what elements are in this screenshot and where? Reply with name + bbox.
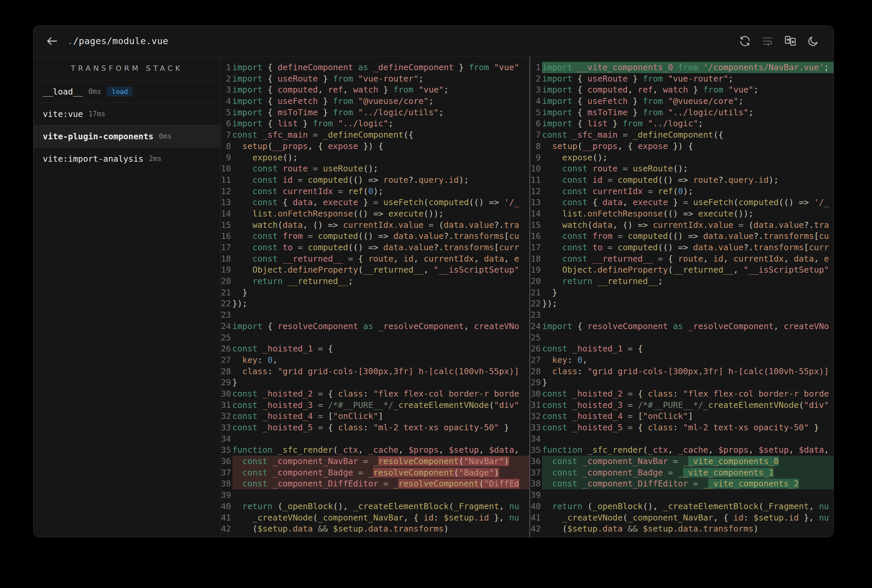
diff-panel-after[interactable]: 1import __vite_components_0 from '/compo…	[530, 57, 834, 537]
code-line: 34	[221, 434, 530, 445]
line-number: 11	[221, 174, 231, 186]
page-background: ./pages/module.vue	[0, 0, 872, 588]
back-button[interactable]	[45, 34, 60, 48]
line-number: 3	[221, 84, 231, 96]
code-text: });	[542, 298, 834, 309]
line-wrap-icon	[761, 35, 774, 48]
line-number: 12	[530, 186, 541, 197]
code-line: 7const _sfc_main = _defineComponent({	[221, 129, 530, 141]
code-line: 32const _hoisted_4 = ["onClick"]	[530, 411, 834, 422]
line-number: 38	[221, 478, 231, 489]
line-number: 10	[221, 163, 231, 174]
line-number: 38	[530, 478, 541, 489]
sidebar-item-vite-import-analysis[interactable]: vite:import-analysis2ms	[33, 148, 220, 170]
line-number: 24	[530, 321, 541, 332]
line-number: 7	[530, 129, 541, 141]
line-number: 39	[530, 489, 541, 501]
code-line: 35function _sfc_render(_ctx, _cache, $pr…	[221, 444, 530, 456]
line-number: 23	[530, 309, 541, 321]
sidebar-item-vite-vue[interactable]: vite:vue17ms	[33, 103, 220, 125]
line-number: 16	[221, 231, 231, 242]
refresh-button[interactable]	[737, 33, 753, 49]
code-line: 29}	[530, 377, 834, 388]
line-number: 22	[530, 298, 541, 309]
line-number: 41	[530, 512, 541, 524]
line-number: 25	[221, 332, 231, 344]
code-text: const __returned__ = { route, id, curren…	[232, 253, 530, 265]
line-number: 11	[530, 174, 541, 186]
code-line: 16 const from = computed(() => data.valu…	[221, 231, 530, 242]
code-line: 24import { resolveComponent as _resolveC…	[221, 321, 530, 332]
line-number: 41	[221, 512, 231, 524]
line-number: 25	[530, 332, 541, 344]
code-line: 15 watch(data, () => currentIdx.value = …	[530, 219, 834, 231]
code-line: 28 class: "grid grid-cols-[300px,3fr] h-…	[530, 366, 834, 377]
line-number: 42	[530, 523, 541, 534]
code-text: const _hoisted_3 = /*#__PURE__*/_createE…	[232, 400, 530, 411]
plugin-time: 0ms	[88, 87, 101, 96]
code-line: 8 setup(__props, { expose }) {	[221, 141, 530, 152]
dark-mode-toggle-button[interactable]	[806, 33, 821, 49]
sidebar-item--load-[interactable]: __load__0msload	[33, 81, 220, 103]
code-line: 3import { computed, ref, watch } from "v…	[530, 84, 834, 96]
code-line: 42 ($setup.data && $setup.data.transform…	[221, 523, 530, 534]
code-text: function _sfc_render(_ctx, _cache, $prop…	[232, 444, 530, 456]
line-number: 29	[530, 377, 541, 388]
code-text: return (_openBlock(), _createElementBloc…	[542, 501, 834, 512]
code-line: 41 _createVNode(_component_NavBar, { id:…	[221, 512, 530, 524]
code-line: 15 watch(data, () => currentIdx.value = …	[221, 219, 530, 231]
code-text: const _component_Badge = __vite_componen…	[542, 467, 834, 478]
line-number: 31	[221, 400, 231, 411]
code-text: Object.defineProperty(__returned__, "__i…	[542, 264, 834, 276]
code-text: const currentIdx = ref(0);	[542, 186, 834, 197]
sidebar-item-vite-plugin-components[interactable]: vite-plugin-components0ms	[33, 125, 220, 148]
code-text: setup(__props, { expose }) {	[232, 141, 530, 152]
side-by-side-diff-button[interactable]	[783, 33, 798, 49]
line-number: 5	[530, 107, 541, 118]
code-text: expose();	[232, 152, 530, 164]
code-text: return __returned__;	[232, 276, 530, 287]
code-text: _createVNode(_component_NavBar, { id: $s…	[542, 512, 834, 524]
line-number: 28	[530, 366, 541, 377]
code-text: return (_openBlock(), _createElementBloc…	[232, 501, 530, 512]
code-line: 3import { computed, ref, watch } from "v…	[221, 84, 530, 96]
diff-panel-before[interactable]: 1import { defineComponent as _defineComp…	[221, 57, 530, 537]
code-text: return __returned__;	[542, 276, 834, 287]
code-text: const { data, execute } = useFetch(compu…	[232, 197, 530, 208]
code-text: const { data, execute } = useFetch(compu…	[542, 197, 834, 208]
code-line: 24import { resolveComponent as _resolveC…	[530, 321, 834, 332]
code-text: const from = computed(() => data.value?.…	[542, 231, 834, 242]
code-line: 20 return __returned__;	[530, 276, 834, 287]
code-line: 29}	[221, 377, 530, 388]
code-line: 17 const to = computed(() => data.value?…	[221, 242, 530, 253]
line-number: 27	[221, 354, 231, 366]
code-text: expose();	[542, 152, 834, 164]
code-line: 7const _sfc_main = _defineComponent({	[530, 129, 834, 141]
code-text: class: "grid grid-cols-[300px,3fr] h-[ca…	[232, 366, 530, 377]
line-number: 42	[221, 523, 231, 534]
code-line: 10 const route = useRoute();	[530, 163, 834, 174]
line-number: 19	[221, 264, 231, 276]
code-text: const __returned__ = { route, id, curren…	[542, 253, 834, 265]
code-text: const _component_NavBar = _resolveCompon…	[232, 456, 530, 467]
code-text: list.onFetchResponse(() => execute());	[232, 208, 530, 219]
code-text	[542, 434, 834, 445]
code-line: 9 expose();	[221, 152, 530, 164]
code-line: 2import { useRoute } from "vue-router";	[530, 73, 834, 84]
code-text: function _sfc_render(_ctx, _cache, $prop…	[542, 444, 834, 456]
code-text: key: 0,	[542, 354, 834, 366]
code-text: import { msToTime } from "../logic/utils…	[542, 107, 834, 118]
line-number: 18	[530, 253, 541, 265]
code-text: }	[232, 287, 530, 298]
header: ./pages/module.vue	[33, 26, 834, 57]
plugin-name: vite-plugin-components	[43, 132, 153, 141]
code-text: const _hoisted_4 = ["onClick"]	[542, 411, 834, 422]
plugin-time: 0ms	[159, 132, 171, 140]
line-wrap-button[interactable]	[760, 33, 775, 49]
code-line: 27 key: 0,	[530, 354, 834, 366]
code-line: 32const _hoisted_4 = ["onClick"]	[221, 411, 530, 422]
code-line: 17 const to = computed(() => data.value?…	[530, 242, 834, 253]
code-text: const _hoisted_1 = {	[542, 343, 834, 354]
code-text	[542, 332, 834, 344]
code-line: 21 }	[530, 287, 834, 298]
